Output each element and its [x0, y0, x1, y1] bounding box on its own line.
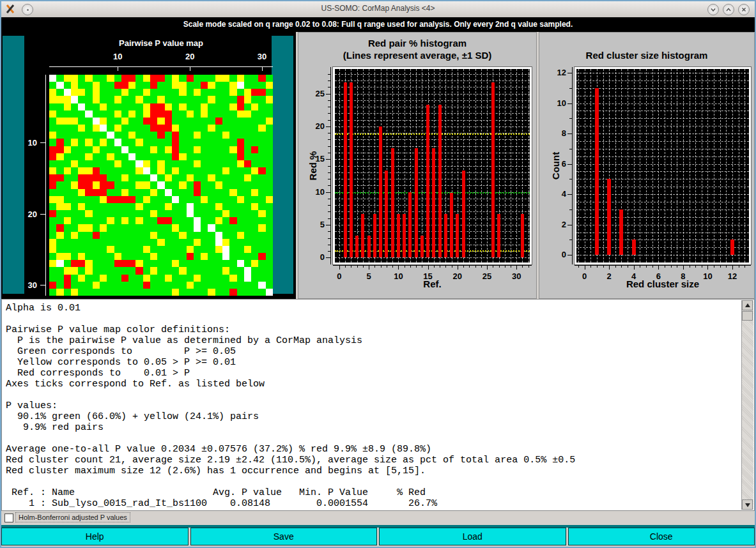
- close-icon: [741, 6, 747, 13]
- chevron-up-icon: [725, 6, 732, 13]
- holm-bonferroni-checkbox[interactable]: [4, 514, 13, 522]
- options-row: Holm-Bonferroni adjusted P values: [1, 511, 755, 525]
- scroll-down-button[interactable]: [742, 499, 753, 510]
- minimize-button[interactable]: [707, 4, 719, 15]
- pairwise-p-value-map: [49, 75, 273, 296]
- close-window-button[interactable]: [738, 4, 750, 15]
- titlebar[interactable]: US-SOMO: CorMap Analysis <4>: [1, 1, 755, 18]
- load-button[interactable]: Load: [379, 528, 566, 545]
- scroll-up-button[interactable]: [742, 300, 753, 310]
- save-button[interactable]: Save: [190, 528, 378, 545]
- button-row: Help Save Load Close: [1, 528, 755, 545]
- scrollbar-thumb[interactable]: [742, 311, 753, 321]
- cluster-histogram-title: Red cluster size histogram: [539, 50, 754, 61]
- chevron-down-icon: [710, 6, 716, 13]
- cormap-analysis-window: US-SOMO: CorMap Analysis <4> Scale mode …: [0, 0, 756, 548]
- holm-bonferroni-label: Holm-Bonferroni adjusted P values: [15, 512, 130, 522]
- help-button[interactable]: Help: [1, 528, 189, 545]
- map-panel: Pairwise P value map 102030102030: [1, 32, 296, 299]
- arrow-down-icon: [745, 503, 750, 507]
- red-pair-histogram-subtitle: (Lines represent average, ±1 SD): [298, 50, 536, 61]
- red-pair-histogram-panel: Red pair % histogram (Lines represent av…: [298, 32, 537, 299]
- analysis-text: Alpha is 0.01 Pairwise P value map color…: [6, 303, 739, 509]
- analysis-report-area[interactable]: Alpha is 0.01 Pairwise P value map color…: [1, 299, 755, 511]
- cluster-size-histogram-panel: Red cluster size histogram Count Red clu…: [539, 32, 755, 299]
- scale-mode-banner: Scale mode scaled on q range 0.02 to 0.0…: [1, 17, 755, 32]
- maximize-button[interactable]: [723, 4, 734, 15]
- close-button[interactable]: Close: [568, 528, 755, 545]
- red-pair-histogram-title: Red pair % histogram: [298, 38, 536, 49]
- window-title: US-SOMO: CorMap Analysis <4>: [1, 4, 755, 13]
- vertical-scrollbar[interactable]: [741, 300, 753, 510]
- arrow-up-icon: [745, 303, 750, 307]
